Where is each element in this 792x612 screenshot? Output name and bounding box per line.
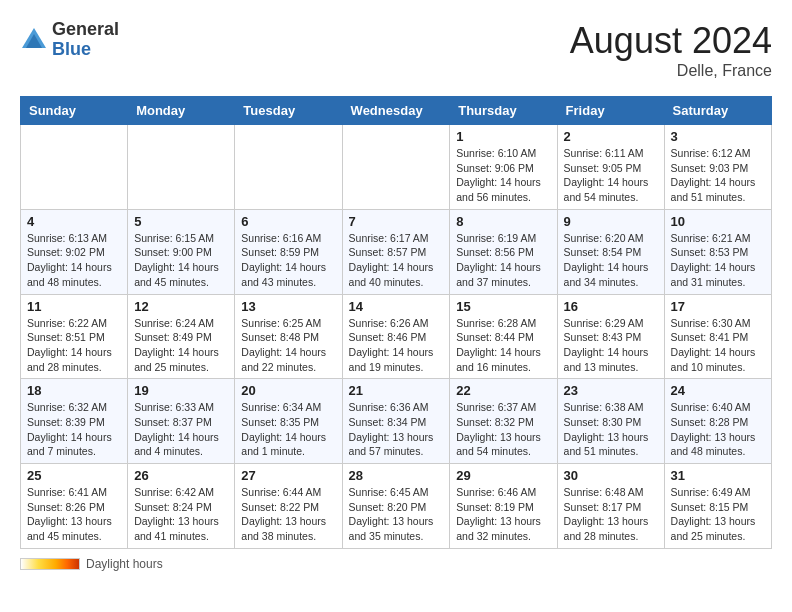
day-number: 2 bbox=[564, 129, 658, 144]
day-number: 8 bbox=[456, 214, 550, 229]
calendar-cell: 30Sunrise: 6:48 AM Sunset: 8:17 PM Dayli… bbox=[557, 464, 664, 549]
day-detail: Sunrise: 6:15 AM Sunset: 9:00 PM Dayligh… bbox=[134, 231, 228, 290]
calendar-cell: 31Sunrise: 6:49 AM Sunset: 8:15 PM Dayli… bbox=[664, 464, 771, 549]
day-number: 4 bbox=[27, 214, 121, 229]
calendar-cell: 12Sunrise: 6:24 AM Sunset: 8:49 PM Dayli… bbox=[128, 294, 235, 379]
day-detail: Sunrise: 6:28 AM Sunset: 8:44 PM Dayligh… bbox=[456, 316, 550, 375]
logo-text: General Blue bbox=[52, 20, 119, 60]
calendar-cell: 27Sunrise: 6:44 AM Sunset: 8:22 PM Dayli… bbox=[235, 464, 342, 549]
col-sunday: Sunday bbox=[21, 97, 128, 125]
calendar-week-4: 18Sunrise: 6:32 AM Sunset: 8:39 PM Dayli… bbox=[21, 379, 772, 464]
day-number: 15 bbox=[456, 299, 550, 314]
calendar-cell: 2Sunrise: 6:11 AM Sunset: 9:05 PM Daylig… bbox=[557, 125, 664, 210]
month-title: August 2024 bbox=[570, 20, 772, 62]
day-detail: Sunrise: 6:13 AM Sunset: 9:02 PM Dayligh… bbox=[27, 231, 121, 290]
logo-icon bbox=[20, 26, 48, 54]
calendar-cell: 29Sunrise: 6:46 AM Sunset: 8:19 PM Dayli… bbox=[450, 464, 557, 549]
day-detail: Sunrise: 6:29 AM Sunset: 8:43 PM Dayligh… bbox=[564, 316, 658, 375]
day-number: 1 bbox=[456, 129, 550, 144]
day-number: 23 bbox=[564, 383, 658, 398]
logo: General Blue bbox=[20, 20, 119, 60]
day-number: 25 bbox=[27, 468, 121, 483]
day-number: 30 bbox=[564, 468, 658, 483]
day-number: 29 bbox=[456, 468, 550, 483]
col-friday: Friday bbox=[557, 97, 664, 125]
calendar-week-2: 4Sunrise: 6:13 AM Sunset: 9:02 PM Daylig… bbox=[21, 209, 772, 294]
day-detail: Sunrise: 6:37 AM Sunset: 8:32 PM Dayligh… bbox=[456, 400, 550, 459]
calendar-cell: 28Sunrise: 6:45 AM Sunset: 8:20 PM Dayli… bbox=[342, 464, 450, 549]
day-detail: Sunrise: 6:21 AM Sunset: 8:53 PM Dayligh… bbox=[671, 231, 765, 290]
day-detail: Sunrise: 6:46 AM Sunset: 8:19 PM Dayligh… bbox=[456, 485, 550, 544]
day-detail: Sunrise: 6:44 AM Sunset: 8:22 PM Dayligh… bbox=[241, 485, 335, 544]
calendar-cell bbox=[21, 125, 128, 210]
day-number: 6 bbox=[241, 214, 335, 229]
day-number: 31 bbox=[671, 468, 765, 483]
day-number: 14 bbox=[349, 299, 444, 314]
col-thursday: Thursday bbox=[450, 97, 557, 125]
day-detail: Sunrise: 6:17 AM Sunset: 8:57 PM Dayligh… bbox=[349, 231, 444, 290]
calendar-cell: 21Sunrise: 6:36 AM Sunset: 8:34 PM Dayli… bbox=[342, 379, 450, 464]
day-number: 12 bbox=[134, 299, 228, 314]
day-detail: Sunrise: 6:16 AM Sunset: 8:59 PM Dayligh… bbox=[241, 231, 335, 290]
day-detail: Sunrise: 6:33 AM Sunset: 8:37 PM Dayligh… bbox=[134, 400, 228, 459]
col-tuesday: Tuesday bbox=[235, 97, 342, 125]
calendar-cell: 3Sunrise: 6:12 AM Sunset: 9:03 PM Daylig… bbox=[664, 125, 771, 210]
calendar-cell: 9Sunrise: 6:20 AM Sunset: 8:54 PM Daylig… bbox=[557, 209, 664, 294]
calendar-cell: 6Sunrise: 6:16 AM Sunset: 8:59 PM Daylig… bbox=[235, 209, 342, 294]
calendar-cell: 7Sunrise: 6:17 AM Sunset: 8:57 PM Daylig… bbox=[342, 209, 450, 294]
day-number: 13 bbox=[241, 299, 335, 314]
day-number: 18 bbox=[27, 383, 121, 398]
day-detail: Sunrise: 6:48 AM Sunset: 8:17 PM Dayligh… bbox=[564, 485, 658, 544]
day-detail: Sunrise: 6:38 AM Sunset: 8:30 PM Dayligh… bbox=[564, 400, 658, 459]
calendar-week-5: 25Sunrise: 6:41 AM Sunset: 8:26 PM Dayli… bbox=[21, 464, 772, 549]
day-number: 10 bbox=[671, 214, 765, 229]
calendar-cell: 26Sunrise: 6:42 AM Sunset: 8:24 PM Dayli… bbox=[128, 464, 235, 549]
day-detail: Sunrise: 6:34 AM Sunset: 8:35 PM Dayligh… bbox=[241, 400, 335, 459]
day-number: 22 bbox=[456, 383, 550, 398]
calendar-cell: 25Sunrise: 6:41 AM Sunset: 8:26 PM Dayli… bbox=[21, 464, 128, 549]
calendar-cell bbox=[342, 125, 450, 210]
day-detail: Sunrise: 6:42 AM Sunset: 8:24 PM Dayligh… bbox=[134, 485, 228, 544]
day-detail: Sunrise: 6:32 AM Sunset: 8:39 PM Dayligh… bbox=[27, 400, 121, 459]
calendar-cell: 16Sunrise: 6:29 AM Sunset: 8:43 PM Dayli… bbox=[557, 294, 664, 379]
day-detail: Sunrise: 6:20 AM Sunset: 8:54 PM Dayligh… bbox=[564, 231, 658, 290]
day-detail: Sunrise: 6:49 AM Sunset: 8:15 PM Dayligh… bbox=[671, 485, 765, 544]
calendar-cell: 11Sunrise: 6:22 AM Sunset: 8:51 PM Dayli… bbox=[21, 294, 128, 379]
calendar-cell: 10Sunrise: 6:21 AM Sunset: 8:53 PM Dayli… bbox=[664, 209, 771, 294]
day-number: 11 bbox=[27, 299, 121, 314]
daylight-bar bbox=[20, 558, 80, 570]
day-detail: Sunrise: 6:22 AM Sunset: 8:51 PM Dayligh… bbox=[27, 316, 121, 375]
day-number: 16 bbox=[564, 299, 658, 314]
calendar-cell: 17Sunrise: 6:30 AM Sunset: 8:41 PM Dayli… bbox=[664, 294, 771, 379]
title-block: August 2024 Delle, France bbox=[570, 20, 772, 80]
day-detail: Sunrise: 6:11 AM Sunset: 9:05 PM Dayligh… bbox=[564, 146, 658, 205]
calendar-cell: 22Sunrise: 6:37 AM Sunset: 8:32 PM Dayli… bbox=[450, 379, 557, 464]
calendar-cell: 8Sunrise: 6:19 AM Sunset: 8:56 PM Daylig… bbox=[450, 209, 557, 294]
day-detail: Sunrise: 6:26 AM Sunset: 8:46 PM Dayligh… bbox=[349, 316, 444, 375]
calendar-cell bbox=[235, 125, 342, 210]
day-detail: Sunrise: 6:12 AM Sunset: 9:03 PM Dayligh… bbox=[671, 146, 765, 205]
page-header: General Blue August 2024 Delle, France bbox=[20, 20, 772, 80]
day-number: 21 bbox=[349, 383, 444, 398]
footer-label: Daylight hours bbox=[86, 557, 163, 571]
day-detail: Sunrise: 6:36 AM Sunset: 8:34 PM Dayligh… bbox=[349, 400, 444, 459]
day-number: 3 bbox=[671, 129, 765, 144]
day-detail: Sunrise: 6:45 AM Sunset: 8:20 PM Dayligh… bbox=[349, 485, 444, 544]
calendar-cell: 20Sunrise: 6:34 AM Sunset: 8:35 PM Dayli… bbox=[235, 379, 342, 464]
day-detail: Sunrise: 6:24 AM Sunset: 8:49 PM Dayligh… bbox=[134, 316, 228, 375]
calendar-cell: 4Sunrise: 6:13 AM Sunset: 9:02 PM Daylig… bbox=[21, 209, 128, 294]
logo-blue-text: Blue bbox=[52, 40, 119, 60]
day-detail: Sunrise: 6:10 AM Sunset: 9:06 PM Dayligh… bbox=[456, 146, 550, 205]
calendar-cell bbox=[128, 125, 235, 210]
calendar-cell: 1Sunrise: 6:10 AM Sunset: 9:06 PM Daylig… bbox=[450, 125, 557, 210]
calendar-week-1: 1Sunrise: 6:10 AM Sunset: 9:06 PM Daylig… bbox=[21, 125, 772, 210]
footer: Daylight hours bbox=[20, 557, 772, 571]
calendar-week-3: 11Sunrise: 6:22 AM Sunset: 8:51 PM Dayli… bbox=[21, 294, 772, 379]
day-number: 7 bbox=[349, 214, 444, 229]
location: Delle, France bbox=[570, 62, 772, 80]
calendar-cell: 19Sunrise: 6:33 AM Sunset: 8:37 PM Dayli… bbox=[128, 379, 235, 464]
calendar-cell: 24Sunrise: 6:40 AM Sunset: 8:28 PM Dayli… bbox=[664, 379, 771, 464]
logo-general-text: General bbox=[52, 20, 119, 40]
calendar-table: Sunday Monday Tuesday Wednesday Thursday… bbox=[20, 96, 772, 549]
day-number: 20 bbox=[241, 383, 335, 398]
